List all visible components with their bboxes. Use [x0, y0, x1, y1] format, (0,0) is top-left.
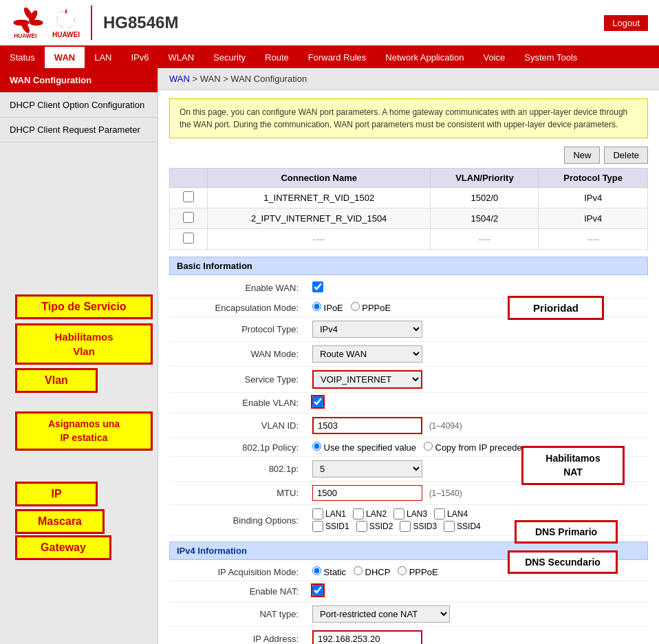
service-type-select[interactable]: VOIP_INTERNET INTERNET OTHER: [312, 370, 422, 389]
binding-lan4[interactable]: LAN4: [434, 508, 468, 519]
col-protocol-type: Protocol Type: [539, 169, 648, 188]
policy-copy-option[interactable]: Copy from IP precedence: [424, 442, 537, 453]
encap-pppoe-radio[interactable]: [351, 302, 360, 311]
ip-address-row: IP Address:: [169, 627, 648, 645]
table-row: 1_INTERNET_R_VID_1502 1502/0 IPv4: [170, 188, 648, 208]
policy-specified-radio[interactable]: [312, 442, 321, 451]
breadcrumb: WAN > WAN > WAN Configuration: [158, 68, 659, 90]
table-btn-row: New Delete: [169, 147, 648, 164]
enable-nat-row: Enable NAT:: [169, 581, 648, 602]
nav-security[interactable]: Security: [204, 47, 255, 68]
dot1p-label: 802.1p:: [169, 457, 307, 482]
vlan-id-label: VLAN ID:: [169, 414, 307, 438]
ip-acquisition-label: IP Acquisition Mode:: [169, 563, 307, 581]
encap-ipoe-option[interactable]: IPoE: [312, 303, 343, 313]
nav-voice[interactable]: Voice: [473, 47, 515, 68]
wan-mode-row: WAN Mode: Route WAN Bridge WAN: [169, 342, 648, 367]
ssid2-checkbox[interactable]: [356, 521, 367, 532]
ssid3-checkbox[interactable]: [400, 521, 411, 532]
encapsulation-row: Encapsulation Mode: IPoE PPPoE: [169, 299, 648, 317]
dot1p-select[interactable]: 01234567: [312, 460, 422, 477]
nat-type-select[interactable]: Port-restricted cone NAT Full cone NAT S…: [312, 605, 450, 623]
binding-ssid1[interactable]: SSID1: [312, 521, 349, 532]
vlan-id-input[interactable]: [312, 417, 422, 434]
sidebar-item-wan-config[interactable]: WAN Configuration: [0, 68, 158, 93]
lan4-checkbox[interactable]: [434, 508, 445, 519]
binding-ssid2[interactable]: SSID2: [356, 521, 393, 532]
basic-info-form: Enable WAN: Encapsulation Mode: IPoE PPP…: [169, 278, 648, 536]
binding-ssid4[interactable]: SSID4: [444, 521, 481, 532]
binding-lan2[interactable]: LAN2: [353, 508, 387, 519]
mode-static-radio[interactable]: [312, 566, 321, 575]
main-layout: WAN Configuration DHCP Client Option Con…: [0, 68, 659, 644]
mode-pppoe-radio[interactable]: [398, 566, 407, 575]
row1-checkbox[interactable]: [183, 191, 194, 202]
enable-wan-label: Enable WAN:: [169, 278, 307, 299]
nav-system-tools[interactable]: System Tools: [515, 47, 587, 68]
mtu-row: MTU: (1–1540): [169, 482, 648, 505]
nav-ipv6[interactable]: IPv6: [122, 47, 159, 68]
ssid1-checkbox[interactable]: [312, 521, 323, 532]
enable-nat-checkbox[interactable]: [312, 585, 323, 596]
breadcrumb-wan[interactable]: WAN: [169, 74, 190, 84]
basic-info-title: Basic Information: [169, 257, 648, 275]
dot1p-row: 802.1p: 01234567: [169, 457, 648, 482]
table-row: ---- ---- ----: [170, 229, 648, 250]
model-title: HG8546M: [103, 13, 604, 32]
policy-copy-radio[interactable]: [424, 442, 433, 451]
wan-mode-label: WAN Mode:: [169, 342, 307, 367]
col-checkbox: [170, 169, 208, 188]
nav-route[interactable]: Route: [255, 47, 299, 68]
encap-pppoe-option[interactable]: PPPoE: [351, 303, 391, 313]
ip-acquisition-row: IP Acquisition Mode: Static DHCP PPPoE: [169, 563, 648, 581]
svg-point-2: [30, 20, 43, 25]
new-button[interactable]: New: [564, 147, 600, 164]
nav-network-application[interactable]: Network Application: [376, 47, 473, 68]
binding-lan3[interactable]: LAN3: [393, 508, 427, 519]
nav-wan[interactable]: WAN: [45, 47, 85, 68]
nav-lan[interactable]: LAN: [85, 47, 121, 68]
ip-address-input[interactable]: [312, 630, 422, 644]
logout-button[interactable]: Logout: [604, 15, 648, 31]
service-type-label: Service Type:: [169, 367, 307, 393]
col-connection-name: Connection Name: [208, 169, 431, 188]
binding-lan1[interactable]: LAN1: [312, 508, 346, 519]
row2-checkbox[interactable]: [183, 212, 194, 223]
protocol-type-select[interactable]: IPv4 IPv6 IPv4/IPv6: [312, 321, 422, 338]
nav-forward-rules[interactable]: Forward Rules: [299, 47, 376, 68]
encapsulation-label: Encapsulation Mode:: [169, 299, 307, 317]
policy-specified-option[interactable]: Use the specified value: [312, 442, 416, 453]
sidebar-item-dhcp-option[interactable]: DHCP Client Option Configuration: [0, 93, 158, 118]
row1-vlan: 1502/0: [431, 188, 539, 208]
header: HUAWEI HUAWEI: [0, 0, 659, 47]
mode-pppoe-option[interactable]: PPPoE: [398, 567, 438, 577]
nav-wlan[interactable]: WLAN: [159, 47, 204, 68]
content-area: WAN > WAN > WAN Configuration document.q…: [158, 68, 659, 644]
lan3-checkbox[interactable]: [393, 508, 404, 519]
row3-proto: ----: [539, 229, 648, 250]
enable-vlan-checkbox[interactable]: [312, 396, 323, 407]
encap-ipoe-radio[interactable]: [312, 302, 321, 311]
nav-status[interactable]: Status: [0, 47, 45, 68]
mode-dhcp-radio[interactable]: [354, 566, 363, 575]
binding-options: LAN1 LAN2 LAN3 LAN4 SSID1 SSID2 SSID3 SS…: [312, 508, 642, 532]
mtu-input[interactable]: [312, 485, 422, 501]
nav-bar: Status WAN LAN IPv6 WLAN Security Route …: [0, 47, 659, 68]
row3-checkbox[interactable]: [183, 233, 194, 244]
mode-static-option[interactable]: Static: [312, 567, 346, 577]
ssid4-checkbox[interactable]: [444, 521, 455, 532]
mode-dhcp-option[interactable]: DHCP: [354, 567, 390, 577]
enable-vlan-row: Enable VLAN:: [169, 393, 648, 414]
delete-button[interactable]: Delete: [604, 147, 648, 164]
sidebar-item-dhcp-request[interactable]: DHCP Client Request Parameter: [0, 118, 158, 142]
enable-nat-label: Enable NAT:: [169, 581, 307, 602]
binding-ssid-row: SSID1 SSID2 SSID3 SSID4: [312, 521, 642, 532]
enable-wan-row: Enable WAN:: [169, 278, 648, 299]
nat-type-label: NAT type:: [169, 602, 307, 627]
enable-wan-checkbox[interactable]: [312, 281, 323, 292]
binding-row: Binding Options: LAN1 LAN2 LAN3 LAN4 SSI…: [169, 505, 648, 536]
lan1-checkbox[interactable]: [312, 508, 323, 519]
binding-ssid3[interactable]: SSID3: [400, 521, 437, 532]
lan2-checkbox[interactable]: [353, 508, 364, 519]
wan-mode-select[interactable]: Route WAN Bridge WAN: [312, 345, 422, 363]
